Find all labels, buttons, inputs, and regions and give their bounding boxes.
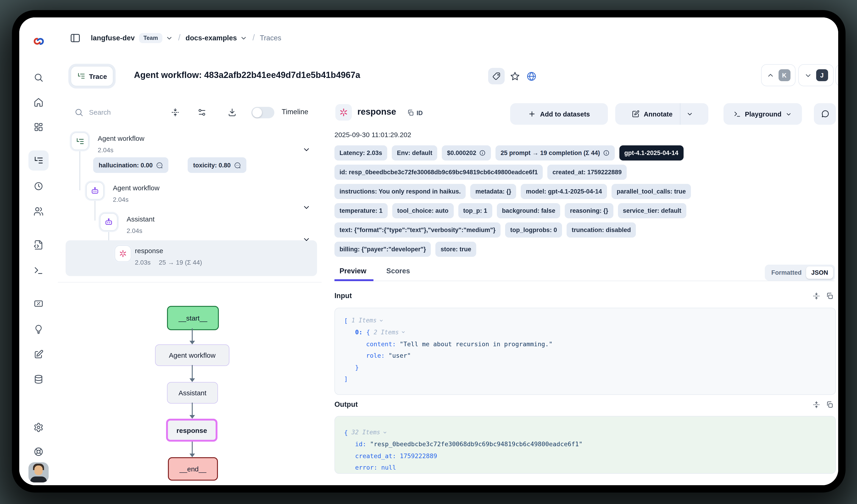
sidebar-item-users[interactable] <box>29 201 49 222</box>
cost-badge[interactable]: $0.000202 <box>442 145 491 160</box>
display-settings-icon[interactable] <box>197 108 206 117</box>
id-label: ID <box>417 109 423 116</box>
toggle-knob <box>252 108 262 117</box>
comments-button[interactable] <box>814 103 836 125</box>
graph-node-response[interactable]: response <box>166 419 217 441</box>
graph-node-assistant[interactable]: Assistant <box>167 382 218 403</box>
tree-graph-divider <box>58 282 322 282</box>
tool-choice-badge: tool_choice: auto <box>392 203 454 218</box>
langfuse-logo-icon <box>33 35 45 48</box>
nav-previous-button[interactable]: K <box>761 64 795 86</box>
tree-row-duration: 2.04s <box>113 196 129 203</box>
chevron-down-icon[interactable] <box>166 34 173 41</box>
search-icon <box>74 108 84 117</box>
service-tier-badge: service_tier: default <box>618 203 686 218</box>
tag-button[interactable] <box>488 68 505 84</box>
graph-node-end[interactable]: __end__ <box>168 457 218 481</box>
annotate-button[interactable]: Annotate <box>624 103 680 125</box>
fold-icon[interactable] <box>812 401 820 409</box>
star-icon <box>510 71 520 82</box>
app-window: langfuse-dev Team / docs-examples / Trac… <box>19 17 838 485</box>
graph-node-label: Agent workflow <box>169 351 215 359</box>
graph-node-agent-workflow[interactable]: Agent workflow <box>155 344 230 366</box>
fold-icon[interactable] <box>812 292 820 300</box>
panel-toggle-icon[interactable] <box>70 32 81 44</box>
sidebar-item-datasets[interactable] <box>29 369 49 389</box>
copy-id-button[interactable]: ID <box>407 109 423 117</box>
sidebar-item-home[interactable] <box>29 92 49 112</box>
score-badge-toxicity[interactable]: toxicity: 0.80 <box>188 157 246 173</box>
top-header: langfuse-dev Team / docs-examples / Trac… <box>58 17 838 59</box>
tab-scores[interactable]: Scores <box>386 267 410 275</box>
copy-icon[interactable] <box>826 401 834 409</box>
score-badge-hallucination[interactable]: hallucination: 0.00 <box>93 157 168 173</box>
tree-row-label[interactable]: Agent workflow <box>98 134 144 142</box>
tree-row-label[interactable]: Agent workflow <box>113 184 159 192</box>
nav-next-button[interactable]: J <box>798 64 834 86</box>
sidebar-item-tracing[interactable] <box>29 151 49 171</box>
sidebar-item-annotation[interactable] <box>29 344 49 365</box>
public-share-button[interactable] <box>526 71 537 82</box>
breadcrumb-org[interactable]: langfuse-dev <box>91 34 135 42</box>
instructions-badge: instructions: You only respond in haikus… <box>334 184 466 199</box>
sidebar-item-dashboards[interactable] <box>29 117 49 137</box>
trace-type-label: Trace <box>89 72 107 80</box>
observation-icon-box <box>335 104 352 121</box>
format-toggle-json[interactable]: JSON <box>806 266 833 279</box>
delete-trace-button[interactable] <box>836 64 838 86</box>
terminal-icon <box>733 110 741 118</box>
tree-connector <box>95 198 95 221</box>
token-usage-badge[interactable]: 25 prompt → 19 completion (Σ 44) <box>495 145 615 160</box>
sidebar-item-playground[interactable] <box>29 260 49 281</box>
copy-icon[interactable] <box>826 292 834 300</box>
created-at-badge: created_at: 1759222889 <box>548 164 627 180</box>
graph-node-label: response <box>177 426 207 434</box>
org-plan-badge: Team <box>139 33 163 43</box>
star-button[interactable] <box>510 71 520 82</box>
breadcrumb-page[interactable]: Traces <box>260 34 282 42</box>
reasoning-badge: reasoning: {} <box>565 203 614 218</box>
tree-row-label[interactable]: Assistant <box>127 215 155 223</box>
chevron-down-icon[interactable] <box>382 430 388 435</box>
chevron-down-icon[interactable] <box>302 235 310 244</box>
chat-bubble-icon <box>821 110 829 118</box>
chevron-down-icon[interactable] <box>379 318 384 323</box>
tree-row-label[interactable]: response <box>135 247 163 255</box>
lifebuoy-icon <box>33 447 44 457</box>
chevron-down-icon[interactable] <box>401 330 406 335</box>
chevron-down-icon[interactable] <box>240 34 248 41</box>
graph-node-start[interactable]: __start__ <box>167 306 219 330</box>
text-format-badge: text: {"format":{"type":"text"},"verbosi… <box>334 222 501 238</box>
id-badge: id: resp_0beedbcbe3c72fe30068db9c69bc948… <box>334 164 543 180</box>
collapse-all-icon[interactable] <box>171 108 180 117</box>
background-badge: background: false <box>497 203 560 218</box>
format-toggle-formatted[interactable]: Formatted <box>767 269 806 276</box>
sidebar-item-settings[interactable] <box>29 417 49 437</box>
sidebar-item-support[interactable] <box>29 441 49 462</box>
tree-node-icon-box <box>115 245 131 262</box>
tree-toolbar: Search Timeline <box>58 104 322 121</box>
sidebar-item-sessions[interactable] <box>29 176 49 196</box>
annotate-dropdown-button[interactable] <box>680 103 699 125</box>
breadcrumb-project[interactable]: docs-examples <box>186 34 237 42</box>
tree-search-input[interactable]: Search <box>89 108 111 116</box>
chevron-down-icon[interactable] <box>302 203 310 211</box>
add-to-datasets-button[interactable]: Add to datasets <box>510 103 608 125</box>
sidebar-item-prompts[interactable] <box>29 235 49 255</box>
percent-card-icon <box>33 298 44 309</box>
output-json-viewer[interactable]: {32 Items id: "resp_0beedbcbe3c72fe30068… <box>334 416 836 474</box>
sidebar-item-insights[interactable] <box>29 319 49 340</box>
sidebar-item-search[interactable] <box>29 67 49 88</box>
graph-edge-arrow <box>192 365 193 379</box>
tab-preview[interactable]: Preview <box>339 267 366 275</box>
model-badge[interactable]: gpt-4.1-2025-04-14 <box>619 145 684 160</box>
chevron-down-icon[interactable] <box>302 145 310 154</box>
playground-label: Playground <box>745 110 782 118</box>
user-avatar[interactable] <box>29 462 49 483</box>
download-icon[interactable] <box>228 108 237 117</box>
breadcrumb-separator: / <box>178 33 181 42</box>
sidebar-item-evaluators[interactable] <box>29 294 49 314</box>
input-json-viewer[interactable]: [1 Items 0: {2 Items content: "Tell me a… <box>334 308 836 395</box>
playground-button[interactable]: Playground <box>723 103 802 125</box>
timeline-toggle[interactable] <box>251 107 274 118</box>
